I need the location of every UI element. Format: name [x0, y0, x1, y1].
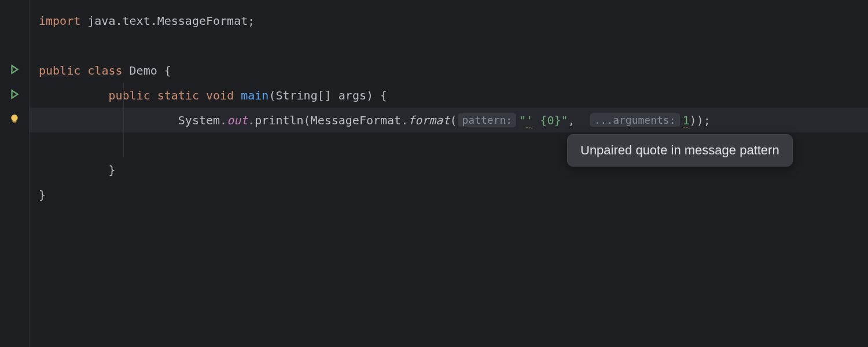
code-line-5[interactable]: System.out.println(MessageFormat.format(…: [30, 108, 868, 132]
close-brace: }: [39, 188, 46, 202]
tooltip-text: Unpaired quote in message pattern: [580, 143, 779, 157]
code-line-8[interactable]: }: [30, 182, 868, 207]
code-line-1[interactable]: import java.text.MessageFormat;: [30, 8, 868, 33]
format-method: format: [408, 113, 450, 127]
class-decl-rest: Demo {: [123, 64, 171, 77]
println-call: .println(MessageFormat.: [248, 113, 408, 127]
indent-guide: [123, 132, 124, 157]
editor-gutter: [0, 0, 29, 347]
inspection-tooltip: Unpaired quote in message pattern: [567, 134, 793, 167]
param-hint-arguments: ...arguments:: [590, 113, 680, 127]
code-line-2[interactable]: [30, 33, 868, 58]
code-editor[interactable]: import java.text.MessageFormat; public c…: [0, 0, 868, 347]
keyword-import: import: [39, 14, 80, 28]
gutter-line-1: [0, 8, 29, 33]
out-field: out: [227, 113, 248, 127]
code-line-4[interactable]: public static void main(String[] args) {: [30, 83, 868, 108]
run-icon[interactable]: [9, 64, 20, 77]
close-brace: }: [108, 163, 115, 177]
code-line-3[interactable]: public class Demo {: [30, 58, 868, 83]
system-ref: System.: [178, 113, 227, 127]
keyword-static: static: [157, 88, 199, 102]
keyword-class: class: [87, 64, 122, 77]
string-literal-open: ": [519, 113, 526, 127]
gutter-run-class[interactable]: [0, 58, 29, 83]
keyword-void: void: [206, 88, 234, 102]
string-literal-quote: ': [526, 113, 533, 127]
keyword-public: public: [108, 88, 150, 102]
indent-guide: [123, 83, 124, 108]
param-hint-pattern: pattern:: [458, 113, 517, 127]
indent-guide: [123, 108, 124, 132]
gutter-run-main[interactable]: [0, 83, 29, 108]
method-main: main: [241, 88, 269, 102]
gutter-line-2: [0, 33, 29, 58]
run-icon[interactable]: [9, 88, 20, 102]
number-literal: 1: [683, 113, 690, 127]
code-area[interactable]: import java.text.MessageFormat; public c…: [29, 0, 868, 347]
import-target: java.text.MessageFormat;: [80, 14, 255, 28]
bulb-icon[interactable]: [9, 113, 20, 127]
method-params: (String[] args) {: [269, 88, 387, 102]
keyword-public: public: [39, 64, 80, 77]
string-literal-rest: {0}": [533, 113, 568, 127]
